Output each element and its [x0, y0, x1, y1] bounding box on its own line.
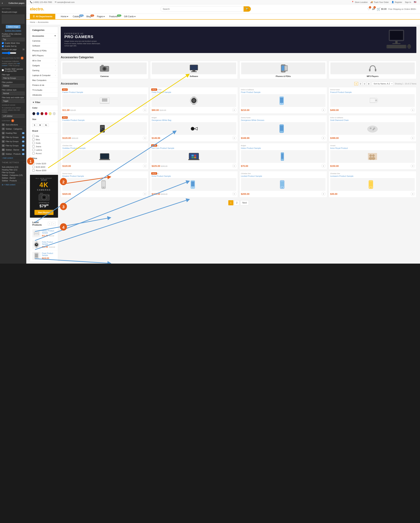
- breadcrumb-home[interactable]: Home: [30, 21, 35, 23]
- grid-view-icon[interactable]: ⊞: [354, 82, 358, 85]
- product-gold-chain[interactable]: Dolce & Gabbana Gold Diamond Chain: [329, 115, 416, 142]
- add-content-bottom-button[interactable]: ⊞ + Add content: [0, 183, 26, 187]
- filter-sidebar-style-dropdown[interactable]: Normal: [2, 92, 24, 95]
- golddax-name[interactable]: Golddax Product Example: [62, 147, 147, 149]
- nav-blog[interactable]: Blog ▾ Hot: [85, 14, 94, 19]
- brand-ladora[interactable]: Ladora: [32, 148, 56, 152]
- kinairer-add-cart[interactable]: +: [143, 192, 147, 196]
- lexited-add-cart[interactable]: +: [322, 192, 325, 196]
- product-faxtex[interactable]: SALE Bulgari Faxtex Product Sample: [61, 87, 149, 114]
- content-item-sidebar-products[interactable]: ⊞ Sidebar - Products 8: [0, 152, 26, 156]
- large-view-icon[interactable]: ⊠: [367, 82, 371, 85]
- register-link[interactable]: 👤 Register: [392, 1, 402, 3]
- add-content-button[interactable]: + Add content: [0, 156, 26, 160]
- nav-pages[interactable]: Pages ▾: [95, 14, 106, 19]
- product-kinla[interactable]: SALE Givenchy Kinla Product Sample: [150, 171, 238, 197]
- swatch-red[interactable]: [45, 112, 48, 115]
- search-input[interactable]: [160, 7, 244, 11]
- content-item-sidebar-categories[interactable]: ☰ Sidebar - Categories: [0, 127, 26, 131]
- cat-ultrabooks[interactable]: Ultrabooks: [30, 93, 58, 98]
- product-irene[interactable]: Armani Irene Royal Product: [329, 143, 416, 170]
- category-cameras[interactable]: Cameras: [61, 61, 148, 79]
- price-under-100[interactable]: Under $100: [32, 162, 56, 165]
- kinla-add-cart[interactable]: +: [232, 192, 236, 196]
- freecof-add-cart[interactable]: +: [411, 108, 415, 112]
- hotex-add-cart[interactable]: +: [322, 164, 325, 168]
- category-mp3-players[interactable]: MP3 Players: [329, 61, 416, 79]
- products-per-page-slider[interactable]: [2, 52, 16, 55]
- price-100-300[interactable]: $100-$300: [32, 165, 56, 169]
- georgeous-dresses-name[interactable]: Georgeous White Dresses: [241, 119, 325, 121]
- size-s[interactable]: S: [32, 123, 37, 127]
- nav-features[interactable]: Features ▾ New: [107, 14, 121, 19]
- latest-item-3-name[interactable]: Fixair Product Sample: [42, 252, 56, 256]
- filter-position-dropdown[interactable]: Sidebar: [2, 84, 24, 88]
- page-2-button[interactable]: 2: [234, 200, 239, 205]
- position-dropdown[interactable]: Top: [2, 38, 24, 41]
- irene-add-cart[interactable]: +: [411, 164, 415, 168]
- cat-gaming[interactable]: Gaming ›: [30, 68, 58, 73]
- cart-icon-group[interactable]: 🛒 $0.00: [377, 7, 387, 11]
- bottom-item-sidebar-categories[interactable]: Sidebar - Categories (1/5): [2, 174, 24, 177]
- logo[interactable]: electro.: [30, 7, 44, 11]
- search-button[interactable]: 🔍: [244, 6, 251, 12]
- size-m[interactable]: M: [38, 123, 42, 127]
- swatch-dark-red[interactable]: [40, 112, 44, 115]
- bottom-item-sub-collections[interactable]: Sub-collections (1/1): [2, 166, 24, 168]
- cat-gadgets[interactable]: Gadgets ›: [30, 63, 58, 68]
- finity-add-cart[interactable]: +: [232, 108, 236, 112]
- swatch-yellow[interactable]: [49, 112, 52, 115]
- collapse-icon[interactable]: ‹: [2, 1, 3, 5]
- bottom-item-sidebar-products[interactable]: Sidebar - Products: [2, 179, 24, 182]
- kinairer-name[interactable]: Kinairer Product Sample: [62, 175, 147, 177]
- product-georgeous-bag[interactable]: Bulgari Georgeous White Bag: [150, 115, 238, 142]
- content-item-sidebar-banner[interactable]: Sidebar - Banner 8: [0, 148, 26, 152]
- cat-software[interactable]: Software: [30, 43, 58, 48]
- sort-dropdown[interactable]: Sort by Name, A-Z: [372, 82, 393, 86]
- swatch-light-gray[interactable]: [53, 112, 56, 115]
- irene-name[interactable]: Irene Royal Product: [330, 147, 415, 149]
- gold-chain-name[interactable]: Gold Diamond Chain: [330, 119, 415, 121]
- product-freecof[interactable]: Donna Karan Freecof Product Sample: [329, 87, 416, 114]
- brand-godo[interactable]: Godo: [32, 141, 56, 145]
- brand-accesi[interactable]: Accesi: [32, 152, 56, 155]
- brand-bikis[interactable]: Bikis: [32, 138, 56, 141]
- freecof-name[interactable]: Freecof Product Sample: [330, 91, 415, 93]
- lexiwarm-name[interactable]: Lexiwarm Product Sample: [330, 175, 415, 177]
- cat-mp3-players[interactable]: MP3 Players: [30, 53, 58, 58]
- product-lexited[interactable]: Christian Dior Lexited Product Sample: [239, 171, 327, 197]
- brand-elle[interactable]: Elle: [32, 134, 56, 138]
- compare-icon-group[interactable]: ⇌ 0: [372, 7, 375, 11]
- wishlist-icon-group[interactable]: ♡ 0: [367, 7, 370, 11]
- cat-cameras[interactable]: Cameras: [30, 39, 58, 43]
- cat-laptops[interactable]: Laptops & Computer ›: [30, 73, 58, 78]
- content-item-heading-filter[interactable]: ▤ Heading Filter 8: [0, 131, 26, 135]
- size-xl[interactable]: XL: [43, 123, 49, 127]
- faxtex-name[interactable]: Faxtex Product Sample: [62, 91, 147, 93]
- cat-accessories[interactable]: Accessories ▾: [30, 33, 58, 39]
- product-hot-com[interactable]: SALE Givenchy Hot Com Product Sample: [150, 143, 238, 170]
- product-finity[interactable]: SALE Christian Dior Finity Product Sampl…: [150, 87, 238, 114]
- lexited-name[interactable]: Lexited Product Sample: [241, 175, 325, 177]
- content-item-sub-collections[interactable]: ⊞ Sub-collections: [0, 123, 26, 127]
- cat-tv-audio[interactable]: TV & Audio: [30, 88, 58, 93]
- cat-mac-computers[interactable]: Mac Computers: [30, 78, 58, 83]
- page-1-button[interactable]: 1: [228, 200, 233, 205]
- hotex-name[interactable]: Hotex Product Sample: [241, 147, 325, 149]
- bottom-item-heading-filter[interactable]: Heading Filter (1/1): [2, 168, 24, 171]
- latest-item-1-name[interactable]: Faxtex Product Sample: [42, 230, 56, 234]
- hot-com-name[interactable]: Hot Com Product Sample: [152, 147, 236, 149]
- bottom-item-sidebar-banner[interactable]: Sidebar - Banner: [2, 177, 24, 179]
- product-fixair[interactable]: Dolce & Gabbana Fixair Product Sample: [239, 87, 327, 114]
- price-above-300[interactable]: Above $300: [32, 169, 56, 172]
- product-freshkix[interactable]: SALE Armani Freshkix Product Sample: [61, 115, 149, 142]
- all-departments-button[interactable]: ☰ All Departments: [30, 14, 55, 19]
- product-lexiwarm[interactable]: Christian Dior Lexiwarm Product Sample: [329, 171, 416, 197]
- cat-all-in-one[interactable]: All in One ›: [30, 58, 58, 63]
- brand-jeana[interactable]: Jeana: [32, 145, 56, 148]
- category-phones-pdas[interactable]: Phones & PDAs: [239, 61, 327, 79]
- explore-images-link[interactable]: Explore free images: [0, 29, 26, 32]
- cat-phones-pdas[interactable]: Phones & PDAs: [30, 48, 58, 53]
- nav-gift-cards[interactable]: Gift Cards ▾: [122, 14, 137, 19]
- product-georgeous-dresses[interactable]: Donna Karan Georgeous White Dresses: [239, 115, 327, 142]
